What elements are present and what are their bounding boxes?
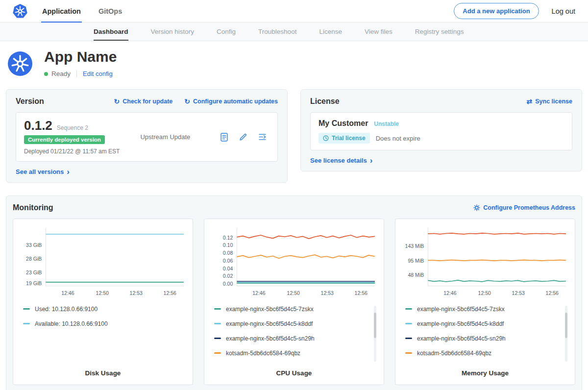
sync-license-link[interactable]: ⇄ Sync license bbox=[527, 98, 572, 105]
clock-icon bbox=[323, 135, 329, 141]
svg-text:143 MiB: 143 MiB bbox=[405, 243, 424, 249]
tab-gitops-label: GitOps bbox=[98, 7, 122, 15]
memory-usage-chart: 48 MiB95 MiB143 MiB12:4612:5012:5312:56 bbox=[401, 225, 569, 300]
legend-item: example-nginx-5bc6f5d4c5-7zskx bbox=[405, 306, 560, 313]
subnav-label: Version history bbox=[151, 28, 195, 35]
subnav-item-license[interactable]: License bbox=[308, 23, 353, 41]
app-logo-icon bbox=[8, 51, 32, 76]
svg-text:0.02: 0.02 bbox=[223, 273, 233, 279]
app-subnav: Dashboard Version history Config Trouble… bbox=[0, 23, 588, 41]
deployed-badge: Currently deployed version bbox=[24, 135, 105, 144]
subnav-item-version-history[interactable]: Version history bbox=[140, 23, 206, 41]
add-application-button[interactable]: Add a new application bbox=[454, 3, 539, 19]
legend-item: example-nginx-5bc6f5d4c5-7zskx bbox=[214, 306, 369, 313]
disk-usage-chart: 19 GiB23 GiB28 GiB33 GiB12:4612:5012:531… bbox=[19, 225, 187, 300]
auto-update-icon: ↻ bbox=[184, 98, 190, 105]
edit-config-icon-button[interactable] bbox=[238, 132, 248, 142]
svg-text:0.00: 0.00 bbox=[223, 281, 233, 287]
legend-item: Used: 10.128.0.66:9100 bbox=[23, 306, 178, 313]
customer-name: My Customer bbox=[318, 119, 368, 128]
svg-text:28 GiB: 28 GiB bbox=[26, 256, 42, 262]
diff-logs-button[interactable] bbox=[257, 132, 268, 142]
legend-scrollbar-thumb[interactable] bbox=[565, 313, 567, 338]
legend-label: Used: 10.128.0.66:9100 bbox=[35, 306, 98, 313]
svg-text:0.08: 0.08 bbox=[223, 250, 233, 256]
subnav-item-config[interactable]: Config bbox=[205, 23, 247, 41]
legend-swatch-icon bbox=[23, 323, 30, 324]
svg-text:19 GiB: 19 GiB bbox=[26, 280, 42, 286]
chevron-right-icon: › bbox=[370, 157, 373, 164]
legend-swatch-icon bbox=[23, 308, 30, 310]
configure-automatic-updates-label: Configure automatic updates bbox=[193, 98, 278, 105]
check-for-update-link[interactable]: ↻ Check for update bbox=[114, 98, 172, 105]
legend-item: example-nginx-5bc6f5d4c5-sn29h bbox=[405, 335, 560, 342]
legend-scrollbar-thumb[interactable] bbox=[374, 313, 376, 338]
svg-text:12:50: 12:50 bbox=[287, 290, 300, 296]
legend-item: kotsadm-5db6dc6584-69qbz bbox=[214, 350, 369, 357]
svg-text:12:50: 12:50 bbox=[96, 290, 109, 296]
version-sequence: Sequence 2 bbox=[57, 124, 88, 131]
sync-icon: ⇄ bbox=[527, 98, 533, 105]
legend-swatch-icon bbox=[405, 323, 412, 324]
subnav-item-registry-settings[interactable]: Registry settings bbox=[404, 23, 475, 41]
dashboard-cards-row: Version ↻ Check for update ↻ Configure a… bbox=[0, 85, 588, 183]
subnav-item-view-files[interactable]: View files bbox=[353, 23, 404, 41]
check-for-update-label: Check for update bbox=[122, 98, 172, 105]
refresh-icon: ↻ bbox=[114, 98, 120, 105]
chevron-right-icon: › bbox=[67, 169, 70, 175]
edit-config-link[interactable]: Edit config bbox=[83, 70, 113, 77]
subnav-item-troubleshoot[interactable]: Troubleshoot bbox=[247, 23, 308, 41]
version-card-title: Version bbox=[16, 97, 44, 106]
svg-text:23 GiB: 23 GiB bbox=[26, 269, 42, 275]
legend-label: Available: 10.128.0.66:9100 bbox=[35, 320, 108, 327]
disk-usage-legend: Used: 10.128.0.66:9100Available: 10.128.… bbox=[19, 305, 187, 335]
legend-item: example-nginx-5bc6f5d4c5-k8ddf bbox=[405, 320, 560, 327]
subnav-item-dashboard[interactable]: Dashboard bbox=[82, 23, 140, 41]
configure-automatic-updates-link[interactable]: ↻ Configure automatic updates bbox=[184, 98, 278, 105]
see-all-versions-link[interactable]: See all versions › bbox=[16, 168, 278, 175]
subnav-label: Registry settings bbox=[415, 28, 464, 35]
legend-label: example-nginx-5bc6f5d4c5-k8ddf bbox=[226, 320, 313, 327]
svg-text:0.12: 0.12 bbox=[223, 235, 233, 241]
legend-label: example-nginx-5bc6f5d4c5-sn29h bbox=[226, 335, 315, 342]
subnav-label: View files bbox=[365, 28, 392, 35]
legend-swatch-icon bbox=[405, 338, 412, 339]
legend-label: kotsadm-5db6dc6584-69qbz bbox=[226, 350, 300, 357]
configure-prometheus-label: Configure Prometheus Address bbox=[483, 204, 575, 211]
legend-item: Available: 10.128.0.66:9100 bbox=[23, 320, 178, 327]
release-notes-button[interactable] bbox=[219, 132, 229, 142]
see-license-details-link[interactable]: See license details › bbox=[310, 157, 572, 164]
logout-button[interactable]: Log out bbox=[552, 7, 575, 15]
configure-prometheus-link[interactable]: Configure Prometheus Address bbox=[473, 204, 575, 211]
legend-swatch-icon bbox=[214, 338, 221, 339]
tab-application[interactable]: Application bbox=[42, 0, 81, 23]
memory-usage-legend: example-nginx-5bc6f5d4c5-7zskxexample-ng… bbox=[401, 305, 569, 365]
legend-swatch-icon bbox=[405, 352, 412, 354]
tab-application-label: Application bbox=[42, 7, 81, 15]
memory-usage-title: Memory Usage bbox=[401, 365, 569, 379]
tab-gitops[interactable]: GitOps bbox=[98, 0, 122, 23]
svg-text:12:46: 12:46 bbox=[443, 290, 457, 296]
subnav-label: License bbox=[319, 28, 342, 35]
expiry-text: Does not expire bbox=[376, 135, 420, 142]
legend-scrollbar[interactable] bbox=[374, 306, 376, 362]
legend-item: example-nginx-5bc6f5d4c5-sn29h bbox=[214, 335, 369, 342]
disk-usage-panel: 19 GiB23 GiB28 GiB33 GiB12:4612:5012:531… bbox=[13, 219, 193, 385]
channel-label: Unstable bbox=[374, 121, 399, 127]
version-card: Version ↻ Check for update ↻ Configure a… bbox=[6, 89, 288, 183]
cpu-usage-chart: 0.000.020.040.060.080.100.1212:4612:5012… bbox=[210, 225, 378, 300]
legend-item: example-nginx-5bc6f5d4c5-k8ddf bbox=[214, 320, 369, 327]
memory-usage-panel: 48 MiB95 MiB143 MiB12:4612:5012:5312:56 … bbox=[395, 219, 575, 385]
diff-icon bbox=[257, 132, 268, 142]
svg-text:12:56: 12:56 bbox=[546, 290, 559, 296]
legend-swatch-icon bbox=[214, 352, 221, 354]
top-navbar: Application GitOps Add a new application… bbox=[0, 0, 588, 23]
svg-text:12:46: 12:46 bbox=[252, 290, 266, 296]
legend-scrollbar[interactable] bbox=[565, 306, 567, 362]
status-dot-icon bbox=[44, 72, 48, 76]
legend-swatch-icon bbox=[214, 323, 221, 324]
version-number: 0.1.2 bbox=[24, 119, 52, 132]
monitoring-section: Monitoring Configure Prometheus Address … bbox=[6, 195, 582, 390]
trial-license-label: Trial license bbox=[332, 135, 366, 142]
svg-text:12:56: 12:56 bbox=[355, 290, 368, 296]
